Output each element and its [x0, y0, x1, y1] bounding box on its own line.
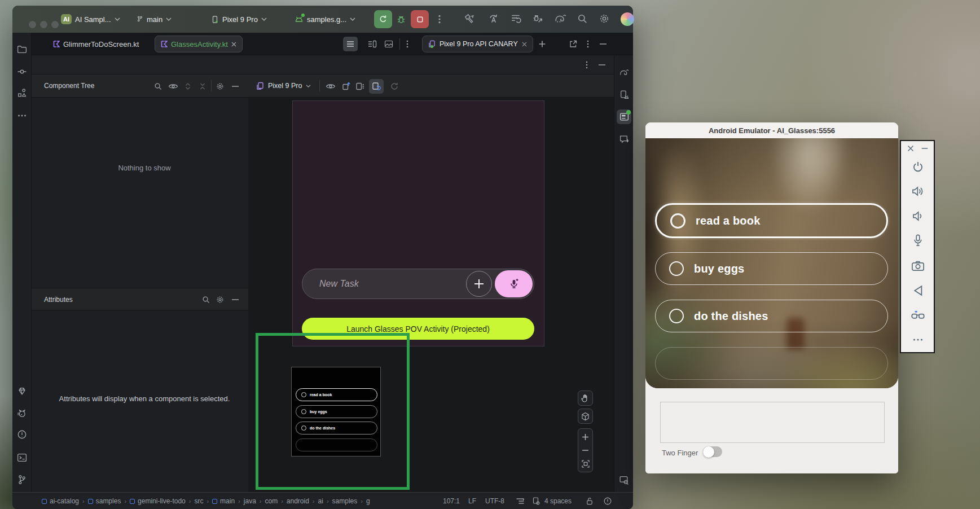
breadcrumb-item[interactable]: ai: [318, 497, 323, 505]
maximize-window-button[interactable]: [51, 21, 59, 28]
collapse-all-button[interactable]: [200, 83, 206, 90]
breadcrumb-item[interactable]: g: [366, 497, 370, 505]
apply-changes-button[interactable]: [488, 13, 499, 24]
commit-tool-button[interactable]: [17, 67, 27, 77]
breadcrumb-item[interactable]: com: [265, 497, 278, 505]
running-devices-tool-button[interactable]: [619, 476, 629, 485]
tabbar-kebab-menu[interactable]: [406, 40, 408, 49]
user-avatar[interactable]: [621, 12, 634, 26]
file-encoding[interactable]: UTF-8: [485, 497, 504, 505]
project-tool-button[interactable]: [17, 45, 27, 54]
project-widget[interactable]: AI AI Sampl...: [61, 14, 120, 25]
terminal-tool-button[interactable]: [17, 453, 27, 462]
tab-glimmertodoscreen[interactable]: GlimmerToDoScreen.kt: [47, 36, 144, 52]
caret-position[interactable]: 107:1: [443, 497, 460, 505]
breadcrumb-item[interactable]: gemini-live-todo: [138, 497, 186, 505]
zoom-out-button[interactable]: [582, 449, 589, 451]
tree-search-button[interactable]: [154, 82, 162, 91]
device-screen-preview[interactable]: [292, 100, 544, 346]
breadcrumb-item[interactable]: ai-catalog: [50, 497, 79, 505]
hide-devices-button[interactable]: [600, 43, 607, 45]
breadcrumb-item[interactable]: android: [287, 497, 309, 505]
attributes-settings-button[interactable]: [216, 295, 225, 304]
expand-all-button[interactable]: [185, 83, 191, 90]
indent-size[interactable]: 4 spaces: [544, 497, 572, 505]
readonly-lock-button[interactable]: [586, 497, 594, 505]
add-task-button[interactable]: [466, 271, 492, 297]
zoom-in-button[interactable]: [582, 433, 589, 441]
todo-item[interactable]: buy eggs: [655, 252, 888, 285]
zoom-fit-button[interactable]: [582, 460, 590, 468]
radio-icon[interactable]: [670, 213, 685, 229]
volume-down-button[interactable]: [912, 211, 924, 222]
hide-panel-button[interactable]: [599, 64, 605, 66]
refresh-button[interactable]: [390, 82, 399, 91]
sync-tasks-button[interactable]: [511, 13, 522, 24]
breadcrumb-item[interactable]: samples: [332, 497, 358, 505]
emulator-title-bar[interactable]: Android Emulator - AI_Glasses:5556: [645, 122, 898, 138]
microphone-button[interactable]: [913, 234, 923, 247]
attach-debugger-button[interactable]: [532, 13, 543, 24]
toolbar-kebab-menu[interactable]: [437, 14, 442, 24]
more-options-button[interactable]: [913, 339, 923, 341]
attributes-search-button[interactable]: [202, 296, 210, 304]
back-button[interactable]: [913, 285, 923, 296]
close-icon[interactable]: [522, 42, 527, 47]
settings-button[interactable]: [599, 13, 610, 24]
tab-glassesactivity[interactable]: GlassesActivity.kt: [155, 36, 243, 52]
indent-config-button[interactable]: [516, 498, 525, 504]
device-manager-button[interactable]: [619, 90, 629, 100]
running-devices-tab[interactable]: Pixel 9 Pro API CANARY: [422, 36, 533, 52]
layout-inspector-tool-button[interactable]: [617, 109, 631, 124]
run-device-selector[interactable]: Pixel 9 Pro: [211, 14, 267, 25]
volume-up-button[interactable]: [912, 186, 924, 197]
inspected-device-selector[interactable]: Pixel 9 Pro: [256, 80, 311, 91]
breadcrumb-item[interactable]: java: [244, 497, 256, 505]
breadcrumb-item[interactable]: src: [194, 497, 203, 505]
search-everywhere-button[interactable]: [577, 13, 588, 24]
emulator-screen[interactable]: read a book buy eggs do the dishes: [645, 138, 898, 388]
open-in-window-button[interactable]: [569, 40, 578, 49]
panel-kebab-menu[interactable]: [586, 60, 588, 69]
breadcrumb-item[interactable]: samples: [96, 497, 121, 505]
branch-widget[interactable]: main: [137, 14, 172, 25]
breadcrumb-item[interactable]: main: [220, 497, 235, 505]
more-tools-button[interactable]: [17, 114, 27, 117]
gradle-tool-button[interactable]: [619, 68, 630, 77]
stop-button[interactable]: [411, 10, 429, 28]
pan-tool-button[interactable]: [578, 390, 593, 406]
touchpad-area[interactable]: [660, 402, 885, 443]
todo-item-selected[interactable]: read a book: [655, 203, 888, 238]
gemini-chat-button[interactable]: [619, 135, 629, 144]
rerun-button[interactable]: [374, 10, 392, 28]
export-layout-button[interactable]: [355, 82, 364, 91]
tree-view-options-button[interactable]: [169, 83, 178, 90]
line-separator[interactable]: LF: [468, 497, 476, 505]
emulator-minimize-button[interactable]: [922, 148, 928, 150]
hide-tree-button[interactable]: [232, 86, 239, 87]
preview-image-button[interactable]: [385, 40, 393, 48]
tree-settings-button[interactable]: [216, 82, 225, 91]
radio-icon[interactable]: [669, 261, 684, 276]
emulator-close-button[interactable]: [908, 146, 914, 152]
emulator-power-button[interactable]: [912, 161, 924, 173]
live-updates-toggle[interactable]: [369, 79, 384, 94]
app-insights-tool-button[interactable]: [17, 387, 27, 396]
problems-indicator[interactable]: [604, 497, 612, 506]
logcat-tool-button[interactable]: [17, 409, 27, 418]
camera-button[interactable]: [912, 260, 925, 271]
voice-input-button[interactable]: [495, 270, 533, 297]
snapshot-export-button[interactable]: [342, 82, 351, 91]
two-finger-toggle[interactable]: [703, 446, 722, 457]
version-control-tool-button[interactable]: [18, 475, 27, 485]
build-button[interactable]: [464, 13, 475, 24]
radio-icon[interactable]: [669, 309, 684, 323]
todo-item[interactable]: do the dishes: [655, 300, 888, 332]
rotate-3d-view-button[interactable]: [578, 409, 593, 424]
problems-tool-button[interactable]: [17, 430, 27, 440]
add-device-button[interactable]: [539, 41, 546, 48]
split-view-button[interactable]: [368, 40, 377, 48]
structure-tool-button[interactable]: [17, 89, 27, 98]
glasses-button[interactable]: [911, 310, 925, 320]
breadcrumb[interactable]: ai-catalog› samples› gemini-live-todo› s…: [42, 493, 370, 509]
